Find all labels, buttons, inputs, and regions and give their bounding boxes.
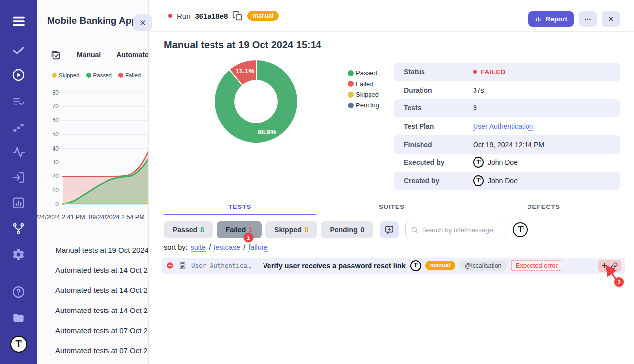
list-check-icon [12, 95, 25, 108]
sidebar-item-git-branch[interactable] [0, 222, 37, 235]
legend-label: Skipped [356, 91, 379, 98]
stat-row-test-plan: Test PlanUser Authentication [394, 117, 620, 136]
test-row[interactable]: User Authentica… Verify user receives a … [162, 258, 625, 274]
run-title: Manual tests at 19 Oct 2024 15:14 [164, 39, 321, 51]
run-list-item[interactable]: Automated tests at 07 Oct 2024 [37, 320, 149, 341]
sidebar-item-activity[interactable] [0, 146, 37, 159]
stat-row-finished: FinishedOct 19, 2024 12:14 PM [394, 135, 620, 154]
tab-defects[interactable]: DEFECTS [468, 200, 620, 215]
add-comment-button[interactable] [380, 221, 399, 238]
sidebar-item-menu[interactable] [0, 14, 37, 29]
run-list: Manual tests at 19 Oct 2024Automated tes… [37, 240, 149, 364]
legend-label: Failed [125, 72, 141, 78]
report-icon [535, 15, 543, 23]
test-tag[interactable]: @localisation [460, 261, 507, 271]
stat-text: Oct 19, 2024 12:14 PM [473, 141, 544, 149]
trend-chart: 01020304050607080 09/24/2024 2:41 PM09/2… [37, 84, 149, 233]
more-button[interactable] [579, 11, 597, 27]
sidebar-item-play-circle[interactable] [0, 68, 37, 82]
sidebar-item-bar-chart[interactable] [0, 196, 37, 209]
sort-separator: / [209, 243, 211, 251]
legend-item-failed[interactable]: Failed [118, 72, 141, 78]
testomat-logo-avatar: T [513, 222, 528, 237]
run-header-actions: Report [528, 11, 621, 27]
trend-legend: SkippedPassedFailed [52, 72, 141, 78]
run-list-item[interactable]: Automated tests at 14 Oct 2024 [37, 260, 149, 280]
stat-row-status: StatusFAILED [394, 63, 620, 81]
close-run-button[interactable] [602, 11, 620, 27]
svg-text:50: 50 [53, 131, 59, 138]
tab-tests[interactable]: TESTS [164, 200, 316, 215]
stat-row-created-by: Created byTJohn Doe [394, 172, 620, 190]
run-list-item[interactable]: Automated tests at 14 Oct 2024 [37, 300, 149, 320]
testomat-logo-avatar: T [473, 175, 484, 186]
app-window: T Mobile Banking App ManualAutomated Ski… [0, 0, 634, 364]
stat-text: 37s [473, 86, 484, 94]
suite-name[interactable]: User Authentica… [191, 262, 259, 269]
stat-row-duration: Duration37s [394, 81, 620, 100]
stat-label: Duration [394, 86, 432, 94]
panel-close-button[interactable] [133, 14, 152, 31]
legend-item-skipped[interactable]: Skipped [52, 72, 80, 78]
run-item-label: Automated tests at 14 Oct 2024 [55, 286, 149, 294]
test-plan-link[interactable]: User Authentication [473, 122, 533, 131]
sidebar-item-folder[interactable] [0, 311, 37, 324]
steps-icon [12, 120, 25, 134]
report-button[interactable]: Report [528, 11, 574, 27]
stat-label: Executed by [394, 158, 444, 166]
svg-text:30: 30 [53, 159, 59, 166]
project-title: Mobile Banking App [47, 15, 137, 26]
stat-value: User Authentication [473, 122, 533, 131]
sort-separator: / [243, 243, 245, 251]
panel-tab-manual[interactable]: Manual [77, 51, 101, 59]
copy-run-id-button[interactable] [232, 11, 243, 21]
sidebar-item-list-check[interactable] [0, 95, 37, 108]
filter-failed-button[interactable]: Failed1 [217, 221, 262, 238]
run-list-item[interactable]: Automated tests at 07 Oct 2024 [37, 340, 149, 361]
stat-row-executed-by: Executed byTJohn Doe [394, 154, 620, 172]
filter-label: Failed [226, 226, 246, 234]
stat-row-tests: Tests9 [394, 99, 620, 117]
sort-by-suite[interactable]: suite [191, 243, 206, 252]
run-list-item[interactable]: Automated tests at 14 Oct 2024 [37, 280, 149, 300]
stat-value: FAILED [473, 68, 506, 76]
svg-text:88.9%: 88.9% [258, 128, 276, 136]
sign-in-icon [12, 171, 25, 184]
legend-item-passed: Passed [348, 68, 379, 79]
run-list-item[interactable]: Manual tests at 19 Oct 2024 [37, 240, 149, 260]
trend-chart-svg: 01020304050607080 [37, 84, 149, 209]
filter-label: Skipped [274, 226, 301, 234]
testomat-logo-avatar: T [410, 260, 421, 271]
filter-count: 0 [305, 226, 309, 234]
user-name: John Doe [488, 158, 518, 166]
stat-value: 9 [473, 104, 477, 112]
panel-tab-automated[interactable]: Automated [116, 51, 149, 59]
sort-by-failure[interactable]: failure [248, 243, 268, 252]
sidebar-item-steps[interactable] [0, 120, 37, 134]
sort-by-testcase[interactable]: testcase [213, 243, 240, 252]
legend-label: Passed [356, 69, 377, 77]
sidebar-item-logo[interactable]: T [0, 336, 37, 353]
filter-passed-button[interactable]: Passed8 [164, 221, 213, 238]
test-title[interactable]: Verify user receives a password reset li… [263, 262, 406, 270]
result-tabs: TESTSSUITESDEFECTS [164, 200, 620, 215]
sidebar-item-gear[interactable] [0, 248, 37, 261]
tab-suites[interactable]: SUITES [316, 200, 468, 215]
stat-label: Test Plan [394, 122, 434, 130]
legend-label: Skipped [59, 72, 80, 78]
close-icon [139, 19, 147, 27]
run-status-dot [168, 14, 172, 18]
filter-pending-button[interactable]: Pending0 [321, 221, 373, 238]
user-avatar[interactable]: T [513, 222, 528, 237]
sidebar-item-check[interactable] [0, 44, 37, 57]
search-input[interactable] [422, 226, 501, 234]
panel-divider [37, 66, 149, 66]
filter-skipped-button[interactable]: Skipped0 [265, 221, 317, 238]
legend-item-passed[interactable]: Passed [86, 72, 112, 78]
menu-icon [11, 14, 26, 29]
sidebar-item-sign-in[interactable] [0, 171, 37, 184]
runs-list-icon [50, 50, 61, 60]
run-item-label: Manual tests at 19 Oct 2024 [55, 246, 149, 254]
sidebar-item-help[interactable] [0, 285, 37, 299]
comment-plus-icon [384, 225, 394, 235]
